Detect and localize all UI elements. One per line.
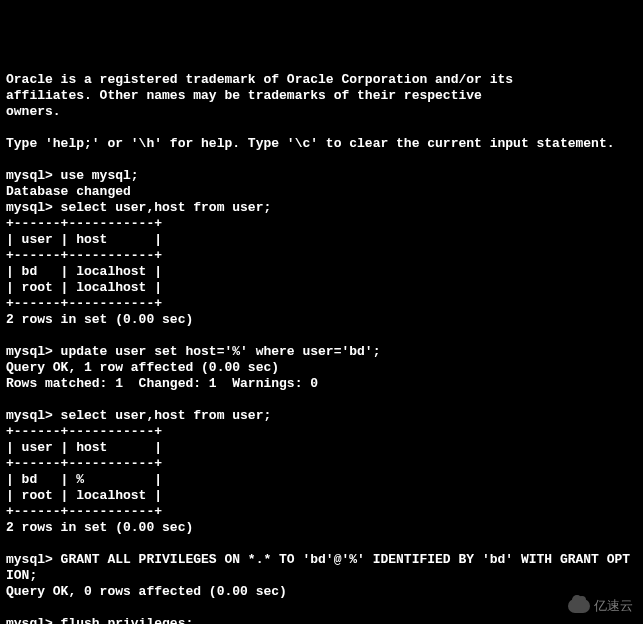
response-text: Rows matched: 1 Changed: 1 Warnings: 0 (6, 376, 318, 391)
prompt: mysql> (6, 552, 61, 567)
watermark-text: 亿速云 (594, 598, 633, 614)
trademark-text: affiliates. Other names may be trademark… (6, 88, 482, 103)
table-header: | user | host | (6, 440, 162, 455)
response-text: Query OK, 0 rows affected (0.00 sec) (6, 584, 287, 599)
command-line: mysql> select user,host from user; (6, 200, 271, 215)
command-input: GRANT ALL PRIVILEGES ON *.* TO 'bd'@'%' … (61, 552, 631, 567)
table-row: | root | localhost | (6, 280, 162, 295)
table-border: +------+-----------+ (6, 456, 162, 471)
table-row: | root | localhost | (6, 488, 162, 503)
prompt: mysql> (6, 168, 61, 183)
command-input: flush privileges; (61, 616, 194, 624)
table-border: +------+-----------+ (6, 216, 162, 231)
prompt: mysql> (6, 344, 61, 359)
table-row: | bd | localhost | (6, 264, 162, 279)
response-text: 2 rows in set (0.00 sec) (6, 312, 193, 327)
trademark-text: Oracle is a registered trademark of Orac… (6, 72, 513, 87)
command-input: select user,host from user; (61, 200, 272, 215)
command-line: mysql> use mysql; (6, 168, 139, 183)
help-text: Type 'help;' or '\h' for help. Type '\c'… (6, 136, 615, 151)
watermark: 亿速云 (568, 598, 633, 614)
command-input: select user,host from user; (61, 408, 272, 423)
response-text: Database changed (6, 184, 131, 199)
command-line: mysql> update user set host='%' where us… (6, 344, 380, 359)
command-line: mysql> select user,host from user; (6, 408, 271, 423)
command-line: mysql> flush privileges; (6, 616, 193, 624)
command-continuation: ION; (6, 568, 37, 583)
prompt: mysql> (6, 200, 61, 215)
cloud-icon (568, 599, 590, 613)
table-border: +------+-----------+ (6, 296, 162, 311)
command-input: use mysql; (61, 168, 139, 183)
table-row: | bd | % | (6, 472, 162, 487)
prompt: mysql> (6, 616, 61, 624)
response-text: 2 rows in set (0.00 sec) (6, 520, 193, 535)
response-text: Query OK, 1 row affected (0.00 sec) (6, 360, 279, 375)
trademark-text: owners. (6, 104, 61, 119)
table-border: +------+-----------+ (6, 248, 162, 263)
command-line: mysql> GRANT ALL PRIVILEGES ON *.* TO 'b… (6, 552, 630, 567)
prompt: mysql> (6, 408, 61, 423)
command-input: update user set host='%' where user='bd'… (61, 344, 381, 359)
table-border: +------+-----------+ (6, 424, 162, 439)
table-header: | user | host | (6, 232, 162, 247)
table-border: +------+-----------+ (6, 504, 162, 519)
